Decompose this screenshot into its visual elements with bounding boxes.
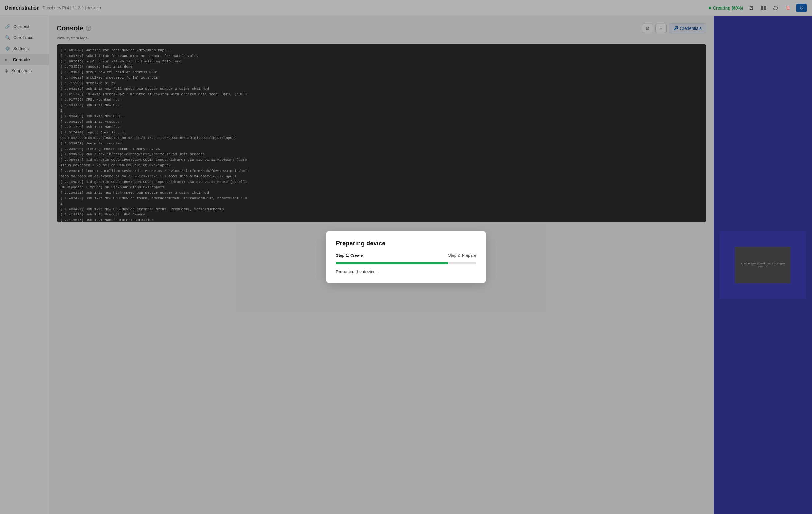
step1-label: Step 1: Create: [336, 253, 362, 258]
steps-row: Step 1: Create Step 2: Prepare: [336, 253, 476, 258]
progress-bar-fill: [336, 262, 448, 264]
modal-overlay: Preparing device Step 1: Create Step 2: …: [0, 0, 812, 514]
step2-label: Step 2: Prepare: [448, 253, 476, 258]
modal-status-text: Preparing the device...: [336, 269, 476, 274]
preparing-modal: Preparing device Step 1: Create Step 2: …: [326, 231, 486, 283]
progress-bar-container: [336, 262, 476, 264]
modal-title: Preparing device: [336, 240, 476, 247]
